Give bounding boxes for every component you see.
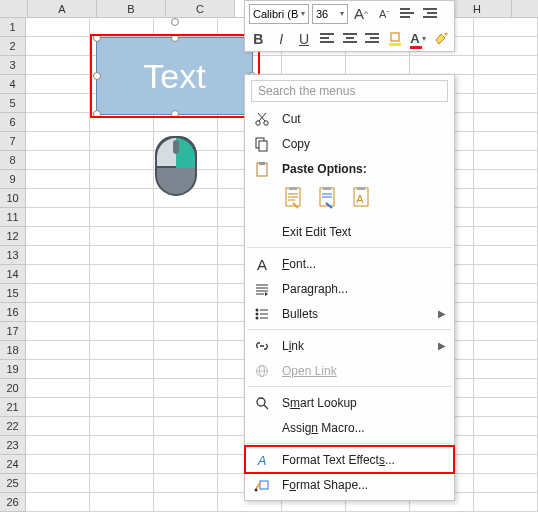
cell[interactable]: [474, 37, 538, 56]
menu-cut[interactable]: Cut: [245, 106, 454, 131]
fill-color-button[interactable]: [386, 29, 405, 49]
cell[interactable]: [26, 379, 90, 398]
paste-option-text-only[interactable]: A: [350, 185, 376, 213]
row-header[interactable]: 15: [0, 284, 26, 303]
col-header-a[interactable]: A: [28, 0, 97, 17]
cell[interactable]: [154, 341, 218, 360]
font-color-button[interactable]: A▾: [408, 29, 427, 49]
cell[interactable]: [154, 379, 218, 398]
cell[interactable]: [410, 56, 474, 75]
cell[interactable]: [26, 284, 90, 303]
underline-button[interactable]: U: [295, 29, 314, 49]
cell[interactable]: [26, 56, 90, 75]
italic-button[interactable]: I: [272, 29, 291, 49]
cell[interactable]: [90, 455, 154, 474]
cell[interactable]: [26, 151, 90, 170]
cell[interactable]: [474, 227, 538, 246]
cell[interactable]: [474, 474, 538, 493]
row-header[interactable]: 3: [0, 56, 26, 75]
cell[interactable]: [26, 170, 90, 189]
cell[interactable]: [474, 493, 538, 512]
cell[interactable]: [474, 189, 538, 208]
cell[interactable]: [26, 132, 90, 151]
cell[interactable]: [26, 246, 90, 265]
row-header[interactable]: 4: [0, 75, 26, 94]
cell[interactable]: [90, 265, 154, 284]
align-right-button[interactable]: [363, 29, 382, 49]
cell[interactable]: [154, 398, 218, 417]
row-header[interactable]: 11: [0, 208, 26, 227]
cell[interactable]: [26, 493, 90, 512]
bold-button[interactable]: B: [249, 29, 268, 49]
rotate-handle[interactable]: [171, 18, 179, 26]
cell[interactable]: [154, 360, 218, 379]
decrease-indent-button[interactable]: [397, 4, 417, 24]
cell[interactable]: [26, 37, 90, 56]
cell[interactable]: [474, 151, 538, 170]
row-header[interactable]: 8: [0, 151, 26, 170]
align-left-button[interactable]: [317, 29, 336, 49]
cell[interactable]: [26, 398, 90, 417]
cell[interactable]: [154, 284, 218, 303]
font-name-dropdown[interactable]: Calibri (B▾: [249, 4, 309, 24]
cell[interactable]: [474, 303, 538, 322]
cell[interactable]: [90, 208, 154, 227]
cell[interactable]: [474, 246, 538, 265]
row-header[interactable]: 24: [0, 455, 26, 474]
row-header[interactable]: 23: [0, 436, 26, 455]
cell[interactable]: [26, 436, 90, 455]
row-header[interactable]: 16: [0, 303, 26, 322]
cell[interactable]: [474, 379, 538, 398]
cell[interactable]: [26, 303, 90, 322]
cell[interactable]: [474, 341, 538, 360]
row-header[interactable]: 20: [0, 379, 26, 398]
cell[interactable]: [154, 417, 218, 436]
resize-handle-w[interactable]: [93, 72, 101, 80]
cell[interactable]: [26, 360, 90, 379]
cell[interactable]: [154, 303, 218, 322]
grow-font-button[interactable]: A^: [351, 4, 371, 24]
row-header[interactable]: 19: [0, 360, 26, 379]
cell[interactable]: [26, 208, 90, 227]
cell[interactable]: [90, 189, 154, 208]
cell[interactable]: [474, 265, 538, 284]
cell[interactable]: [90, 360, 154, 379]
cell[interactable]: [474, 75, 538, 94]
cell[interactable]: [474, 436, 538, 455]
cell[interactable]: [154, 246, 218, 265]
row-header[interactable]: 14: [0, 265, 26, 284]
cell[interactable]: [282, 56, 346, 75]
cell[interactable]: [26, 417, 90, 436]
row-header[interactable]: 18: [0, 341, 26, 360]
menu-exit-edit-text[interactable]: Exit Edit Text: [245, 219, 454, 244]
cell[interactable]: [26, 75, 90, 94]
text-shape[interactable]: Text: [96, 37, 253, 115]
cell[interactable]: [474, 132, 538, 151]
cell[interactable]: [474, 208, 538, 227]
paste-option-merge[interactable]: [316, 185, 342, 213]
menu-smart-lookup[interactable]: Smart Lookup: [245, 390, 454, 415]
cell[interactable]: [90, 493, 154, 512]
cell[interactable]: [90, 341, 154, 360]
row-header[interactable]: 25: [0, 474, 26, 493]
cell[interactable]: [90, 379, 154, 398]
cell[interactable]: [90, 417, 154, 436]
row-header[interactable]: 5: [0, 94, 26, 113]
col-header-c[interactable]: C: [166, 0, 235, 17]
cell[interactable]: [346, 56, 410, 75]
col-header-b[interactable]: B: [97, 0, 166, 17]
cell[interactable]: [26, 322, 90, 341]
cell[interactable]: [26, 341, 90, 360]
select-all-corner[interactable]: [0, 0, 28, 17]
cell[interactable]: [474, 322, 538, 341]
cell[interactable]: [474, 94, 538, 113]
resize-handle-sw[interactable]: [93, 110, 101, 118]
cell[interactable]: [154, 227, 218, 246]
cell[interactable]: [90, 303, 154, 322]
menu-search-input[interactable]: Search the menus: [251, 80, 448, 102]
row-header[interactable]: 26: [0, 493, 26, 512]
menu-format-shape[interactable]: Format Shape...: [245, 472, 454, 497]
resize-handle-s[interactable]: [171, 110, 179, 118]
row-header[interactable]: 10: [0, 189, 26, 208]
menu-font[interactable]: A Font...: [245, 251, 454, 276]
